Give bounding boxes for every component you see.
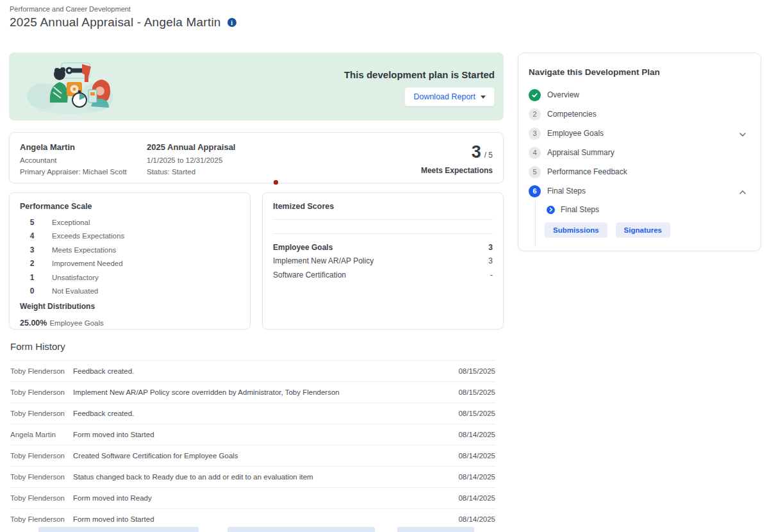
step-number-badge: 2 [529,108,541,121]
form-info: 2025 Annual Appraisal 1/1/2025 to 12/31/… [147,142,397,173]
nav-item-overview[interactable]: Overview [529,85,750,104]
item-score: - [490,270,493,279]
nav-item-competencies[interactable]: 2 Competencies [529,104,750,124]
scale-label: Improvement Needed [52,260,123,267]
cutoff-highlight [397,527,474,532]
weight-label: Employee Goals [49,319,103,327]
performance-scale-list: 5Exceptional 4Exceeds Expectations 3Meet… [20,215,240,298]
cutoff-highlight [227,527,375,532]
nav-item-appraisal-summary[interactable]: 4 Appraisal Summary [529,143,750,162]
form-name: 2025 Annual Appraisal [147,142,397,152]
scale-score: 0 [20,287,44,295]
score-label: Meets Expectations [397,166,493,175]
nav-item-label: Competencies [547,110,597,119]
history-user: Toby Flenderson [10,494,73,502]
caret-down-icon [481,96,486,99]
nav-item-performance-feedback[interactable]: 5 Performance Feedback [529,162,750,181]
step-number-badge: 3 [529,128,541,140]
history-date: 08/15/2025 [456,367,495,375]
step-number-badge-active: 6 [529,185,541,197]
itemized-score-row: Software Certification - [273,268,493,282]
scale-score: 2 [20,259,44,268]
breadcrumb[interactable]: Performance and Career Development [10,5,236,13]
history-action: Status changed back to Ready due to an a… [73,473,456,481]
history-user: Toby Flenderson [10,515,73,523]
nav-subitem-final-steps[interactable]: Final Steps [547,201,750,219]
scale-score: 5 [20,218,44,227]
nav-item-label: Final Steps [547,187,586,195]
submissions-button[interactable]: Submissions [545,222,607,238]
history-user: Toby Flenderson [10,473,73,481]
page-header: Performance and Career Development 2025 … [10,5,236,29]
nav-subitem-label: Final Steps [561,205,599,214]
cutoff-highlight [38,527,199,532]
itemized-score-row: Employee Goals 3 [273,240,493,254]
signatures-button[interactable]: Signatures [616,222,670,238]
nav-item-employee-goals[interactable]: 3 Employee Goals [529,124,750,143]
scale-level-row: 2Improvement Needed [20,257,240,271]
history-date: 08/15/2025 [456,410,495,417]
history-date: 08/14/2025 [456,431,495,438]
download-report-button[interactable]: Download Report [404,87,495,106]
scale-label: Unsatisfactory [52,274,99,281]
score-value: 3 [472,142,481,162]
employee-job-title: Accountant [20,156,147,164]
scale-level-row: 0Not Evaluated [20,285,240,299]
table-row: Toby Flenderson Form moved into Ready 08… [10,487,495,508]
appraisal-summary-card: Angela Martin Accountant Primary Apprais… [9,132,504,183]
weight-row: 25.00%Employee Goals [20,319,240,328]
history-date: 08/14/2025 [456,473,495,481]
scale-label: Meets Expectations [52,246,116,254]
chevron-right-circle-icon [547,206,555,214]
scale-level-row: 4Exceeds Expectations [20,229,240,244]
history-date: 08/14/2025 [456,452,495,460]
scale-label: Exceeds Expectations [52,232,124,240]
performance-scale-title: Performance Scale [20,202,240,211]
primary-appraiser: Primary Appraiser: Michael Scott [20,168,147,176]
performance-scale-card: Performance Scale 5Exceptional 4Exceeds … [9,192,251,329]
nav-item-label: Performance Feedback [547,167,627,176]
table-row: Toby Flenderson Feedback created. 08/15/… [10,403,495,424]
scale-level-row: 1Unsatisfactory [20,270,240,285]
weight-percent: 25.00% [20,319,47,328]
employee-info: Angela Martin Accountant Primary Apprais… [20,142,147,173]
divider [273,233,493,234]
form-history-section: Form History Toby Flenderson Feedback cr… [10,341,495,529]
scale-score: 3 [20,245,44,254]
history-action: Feedback created. [73,367,456,375]
nav-item-label: Employee Goals [547,129,604,138]
item-label: Software Certification [273,270,346,279]
history-date: 08/14/2025 [456,515,495,523]
history-date: 08/14/2025 [456,494,495,502]
history-user: Angela Martin [10,431,73,438]
itemized-scores-title: Itemized Scores [273,202,493,211]
item-score: 3 [488,256,493,265]
form-history-table: Toby Flenderson Feedback created. 08/15/… [10,360,495,529]
nav-item-final-steps[interactable]: 6 Final Steps [529,181,750,201]
scale-score: 1 [20,273,44,282]
status-banner: This development plan is Started Downloa… [9,53,504,121]
divider [273,219,493,220]
history-date: 08/15/2025 [456,388,495,396]
item-label: Implement New AR/AP Policy [273,256,374,265]
table-row: Toby Flenderson Status changed back to R… [10,466,495,487]
info-icon[interactable]: i [227,18,236,27]
history-action: Implement New AR/AP Policy score overrid… [73,388,456,396]
history-user: Toby Flenderson [10,388,73,396]
chevron-up-icon[interactable] [739,187,746,199]
scale-score: 4 [20,231,44,240]
development-plan-nav: Navigate this Development Plan Overview … [518,53,761,251]
step-number-badge: 4 [529,147,541,159]
chevron-down-icon[interactable] [739,129,746,141]
history-action: Form moved into Started [73,515,456,523]
scale-level-row: 3Meets Expectations [20,243,240,257]
scale-label: Not Evaluated [52,287,98,295]
table-row: Toby Flenderson Feedback created. 08/15/… [10,360,495,381]
item-score: 3 [488,243,493,252]
page-title: 2025 Annual Appraisal - Angela Martin [10,15,221,29]
employee-name: Angela Martin [20,142,147,152]
history-action: Created Software Certification for Emplo… [73,452,456,460]
form-period: 1/1/2025 to 12/31/2025 [147,156,397,164]
history-action: Feedback created. [73,410,456,417]
score-outof: / 5 [484,151,493,160]
